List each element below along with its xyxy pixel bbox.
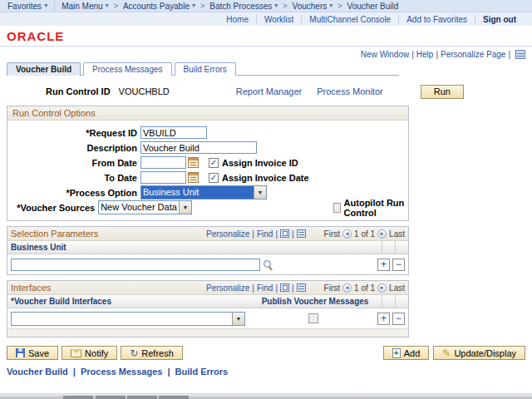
report-manager-link[interactable]: Report Manager [236, 86, 303, 96]
breadcrumb-batch-processes[interactable]: Batch Processes ▾ [206, 2, 281, 11]
tab-build-errors[interactable]: Build Errors [175, 62, 236, 76]
interface-select-cell: ▼ [11, 312, 252, 326]
run-control-options-body: *Request ID Description From Date ✓ Assi… [7, 121, 408, 220]
view-all-icon[interactable] [280, 229, 289, 238]
first-label: First [324, 229, 340, 239]
add-to-favorites-link[interactable]: Add to Favorites [399, 15, 475, 24]
process-option-select[interactable]: Business Unit ▼ [140, 185, 267, 200]
delete-row-button[interactable]: − [392, 259, 405, 271]
taskbar-button[interactable] [96, 396, 126, 399]
interfaces-header: Interfaces Personalize | Find | | First … [7, 281, 408, 295]
find-link[interactable]: Find [257, 229, 273, 239]
select-arrow-icon[interactable]: ▼ [179, 201, 191, 214]
calendar-icon[interactable] [188, 157, 199, 168]
to-date-input[interactable] [140, 171, 186, 184]
save-button[interactable]: Save [7, 346, 58, 360]
calendar-icon[interactable] [188, 172, 199, 183]
personalize-page-link[interactable]: Personalize Page [441, 50, 505, 59]
help-link[interactable]: Help [416, 50, 434, 59]
tab-voucher-build[interactable]: Voucher Build [7, 62, 81, 76]
chevron-down-icon: ▾ [44, 2, 47, 9]
process-monitor-link[interactable]: Process Monitor [317, 86, 382, 96]
refresh-button[interactable]: ↻ Refresh [121, 346, 183, 360]
interfaces-tools: Personalize | Find | | First ◄ 1 of 1 ► … [206, 283, 405, 293]
voucher-sources-label: *Voucher Sources [7, 203, 98, 213]
selection-parameters-header: Selection Parameters Personalize | Find … [7, 227, 408, 241]
download-grid-icon[interactable] [297, 283, 306, 292]
select-arrow-icon[interactable]: ▼ [232, 313, 244, 325]
autopilot-run-control-label: Autopilot Run Control [344, 198, 408, 218]
run-button[interactable]: Run [421, 85, 464, 99]
oracle-logo: ORACLE [7, 29, 64, 43]
page-action-links: New Window | Help | Personalize Page | [0, 48, 532, 60]
download-grid-icon[interactable] [297, 229, 306, 238]
worklist-link[interactable]: Worklist [257, 15, 302, 24]
taskbar-button[interactable] [127, 396, 157, 399]
previous-row-button[interactable]: ◄ [342, 229, 352, 239]
breadcrumb-label: Vouchers [293, 2, 328, 11]
request-id-input[interactable] [140, 126, 207, 139]
voucher-build-interface-select[interactable]: ▼ [11, 312, 245, 326]
assign-invoice-date-label: Assign Invoice Date [222, 173, 309, 183]
menu-favorites[interactable]: Favorites ▾ [4, 2, 55, 11]
description-input[interactable] [140, 141, 257, 154]
process-option-value: Business Unit [141, 186, 254, 199]
add-icon [392, 348, 401, 358]
notify-button[interactable]: Notify [62, 346, 117, 360]
save-button-label: Save [28, 348, 49, 358]
add-row-button[interactable]: + [377, 259, 390, 271]
sign-out-link[interactable]: Sign out [475, 15, 524, 24]
next-row-button[interactable]: ► [377, 283, 387, 293]
selection-parameters-column-headers: Business Unit [7, 241, 408, 254]
pipe-separator: | [249, 229, 257, 239]
from-date-input[interactable] [140, 156, 186, 169]
footer-links: Voucher Build | Process Messages | Build… [7, 367, 532, 377]
update-display-button[interactable]: ✎ Update/Display [433, 346, 525, 360]
taskbar-button[interactable] [159, 396, 189, 399]
view-all-icon[interactable] [280, 283, 289, 292]
voucher-sources-select[interactable]: New Voucher Data ▼ [98, 200, 192, 214]
pipe-separator: | [273, 283, 280, 293]
footer-link-voucher-build[interactable]: Voucher Build [7, 367, 68, 377]
chevron-down-icon: ▾ [274, 2, 278, 9]
voucher-sources-value: New Voucher Data [99, 201, 179, 214]
breadcrumb-accounts-payable[interactable]: Accounts Payable ▾ [120, 2, 199, 11]
add-button[interactable]: Add [383, 346, 430, 360]
multichannel-console-link[interactable]: MultiChannel Console [302, 15, 399, 24]
pipe-separator: | [273, 229, 280, 239]
row-position: 1 of 1 [354, 229, 375, 239]
footer-link-build-errors[interactable]: Build Errors [175, 367, 229, 377]
personalize-link[interactable]: Personalize [206, 283, 249, 293]
assign-invoice-date-checkbox[interactable]: ✓ [209, 173, 219, 183]
taskbar-button[interactable] [63, 396, 93, 399]
business-unit-column-header: Business Unit [7, 243, 382, 252]
assign-invoice-id-checkbox[interactable]: ✓ [209, 158, 219, 168]
update-display-button-label: Update/Display [454, 348, 516, 358]
interfaces-row: ▼ ✓ + − [7, 308, 408, 328]
previous-row-button[interactable]: ◄ [342, 283, 352, 293]
new-window-link[interactable]: New Window [361, 50, 409, 59]
pipe-separator: | [289, 229, 297, 239]
home-link[interactable]: Home [219, 15, 257, 24]
business-unit-input[interactable] [11, 259, 260, 271]
select-arrow-icon[interactable]: ▼ [254, 186, 266, 199]
tab-process-messages[interactable]: Process Messages [83, 62, 171, 76]
find-link[interactable]: Find [257, 283, 273, 293]
taskbar[interactable] [0, 393, 532, 399]
add-row-button[interactable]: + [377, 313, 390, 325]
breadcrumb-vouchers[interactable]: Vouchers ▾ [289, 2, 337, 11]
selection-parameters-grid: Selection Parameters Personalize | Find … [7, 226, 409, 275]
interfaces-column-headers: *Voucher Build Interfaces Publish Vouche… [7, 295, 408, 308]
pipe-separator: | [505, 50, 513, 59]
personalize-layout-icon[interactable] [515, 50, 525, 59]
delete-row-button[interactable]: − [392, 313, 405, 325]
run-control-id-value: VOUCHBLD [119, 86, 170, 96]
next-row-button[interactable]: ► [377, 229, 387, 239]
menu-main-menu[interactable]: Main Menu ▾ [58, 2, 111, 11]
to-date-row: To Date ✓ Assign Invoice Date [7, 170, 408, 185]
lookup-icon[interactable] [263, 259, 273, 269]
footer-link-process-messages[interactable]: Process Messages [81, 367, 162, 377]
publish-voucher-messages-column-header: Publish Voucher Messages [249, 297, 382, 306]
personalize-link[interactable]: Personalize [206, 229, 249, 239]
grid-pagination: First ◄ 1 of 1 ► Last [324, 229, 405, 239]
